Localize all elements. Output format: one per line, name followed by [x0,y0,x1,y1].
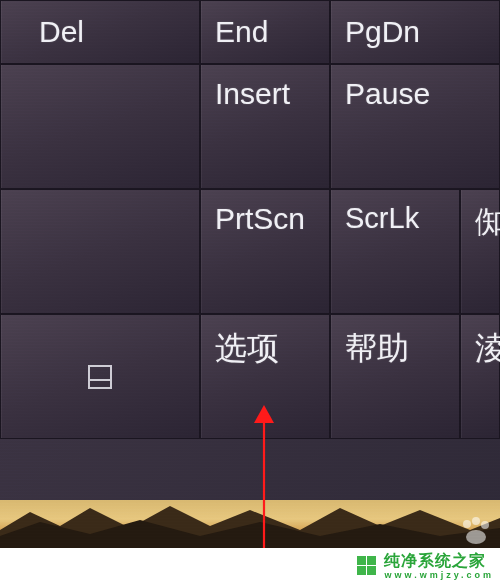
keyboard-row-1: Insert Pause [0,64,500,189]
watermark-logo-icon [356,555,376,575]
annotation-arrow [254,405,274,563]
screenshot-stage: Del End PgDn Insert Pause PrtScn ScrLk 倁… [0,0,500,582]
wallpaper-mountains [0,500,500,548]
key-label: ScrLk [345,202,419,235]
key-end[interactable]: End [200,0,330,64]
arrow-head-icon [254,405,274,423]
key-dock[interactable] [0,314,200,439]
key-prtscn[interactable]: PrtScn [200,189,330,314]
key-partial-cut[interactable]: 淩 [460,314,500,439]
svg-point-4 [463,520,471,528]
key-label: PrtScn [215,202,305,236]
key-label: End [215,15,268,49]
key-partial-cut[interactable]: 倁 [460,189,500,314]
svg-point-7 [466,530,486,544]
watermark-brand: 纯净系统之家 [384,552,486,569]
key-help[interactable]: 帮助 [330,314,460,439]
key-label: 淩 [475,327,500,371]
key-blank[interactable] [0,189,200,314]
key-label: Pause [345,77,430,111]
key-pause[interactable]: Pause [330,64,500,189]
svg-point-5 [472,517,480,525]
key-label: Insert [215,77,290,111]
desktop-taskbar-sliver [0,500,500,548]
keyboard-row-3: 选项 帮助 淩 [0,314,500,439]
key-scrlk[interactable]: ScrLk [330,189,460,314]
svg-point-6 [481,521,489,529]
on-screen-keyboard: Del End PgDn Insert Pause PrtScn ScrLk 倁… [0,0,500,439]
watermark-url: www.wmjzy.com [384,570,494,580]
svg-rect-0 [89,366,111,388]
watermark-bar: 纯净系统之家 www.wmjzy.com [0,548,500,582]
keyboard-row-0: Del End PgDn [0,0,500,64]
keyboard-row-2: PrtScn ScrLk 倁 [0,189,500,314]
key-insert[interactable]: Insert [200,64,330,189]
key-pgdn[interactable]: PgDn [330,0,500,64]
watermark-text: 纯净系统之家 www.wmjzy.com [384,551,494,580]
key-label: 选项 [215,327,279,371]
key-blank[interactable] [0,64,200,189]
key-del[interactable]: Del [0,0,200,64]
svg-rect-1 [89,380,111,388]
key-label: 帮助 [345,327,409,371]
arrow-shaft [263,423,265,563]
paw-icon [458,516,492,546]
taskbar-tray [458,516,492,546]
key-label: 倁 [475,202,500,243]
dock-icon [85,362,115,392]
key-label: Del [39,15,84,49]
key-label: PgDn [345,15,420,49]
